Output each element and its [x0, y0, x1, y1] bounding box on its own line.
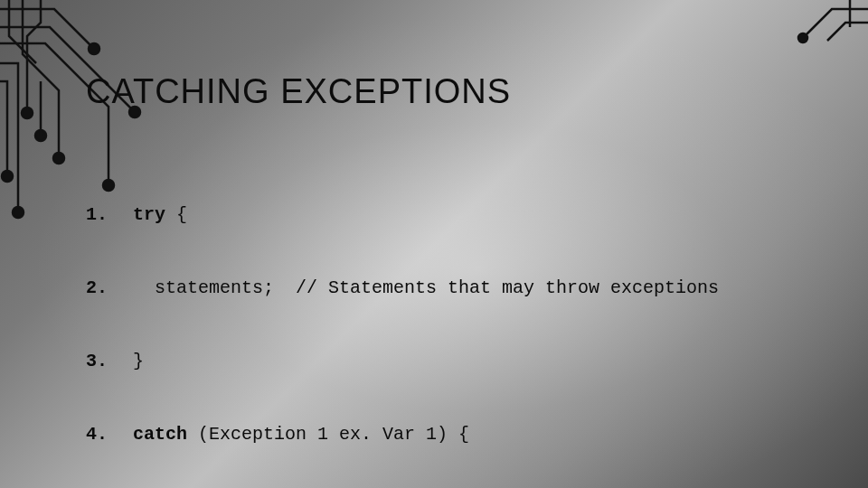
svg-point-0 [89, 43, 99, 54]
svg-point-3 [53, 153, 64, 164]
code-text: } [133, 349, 144, 373]
code-line: 4.catch (Exception 1 ex. Var 1) { [86, 422, 719, 446]
code-text: try { [133, 202, 187, 227]
code-text: statements; // Statements that may throw… [133, 276, 719, 300]
code-text: catch (Exception 1 ex. Var 1) { [133, 422, 469, 446]
slide: CATCHING EXCEPTIONS 1.try { 2. statement… [0, 0, 868, 488]
code-line: 1.try { [86, 202, 719, 227]
line-number: 1. [86, 202, 133, 227]
svg-point-6 [2, 171, 13, 182]
svg-point-5 [13, 207, 24, 218]
line-number: 4. [86, 422, 133, 446]
line-number: 2. [86, 276, 133, 300]
code-line: 2. statements; // Statements that may th… [86, 276, 719, 300]
svg-point-7 [35, 130, 46, 141]
line-number: 3. [86, 349, 133, 373]
circuit-decoration-top-right [796, 0, 868, 72]
slide-title: CATCHING EXCEPTIONS [86, 72, 511, 111]
code-listing: 1.try { 2. statements; // Statements tha… [86, 154, 719, 488]
svg-point-8 [798, 33, 807, 42]
code-line: 3.} [86, 349, 719, 373]
svg-point-4 [22, 108, 33, 118]
